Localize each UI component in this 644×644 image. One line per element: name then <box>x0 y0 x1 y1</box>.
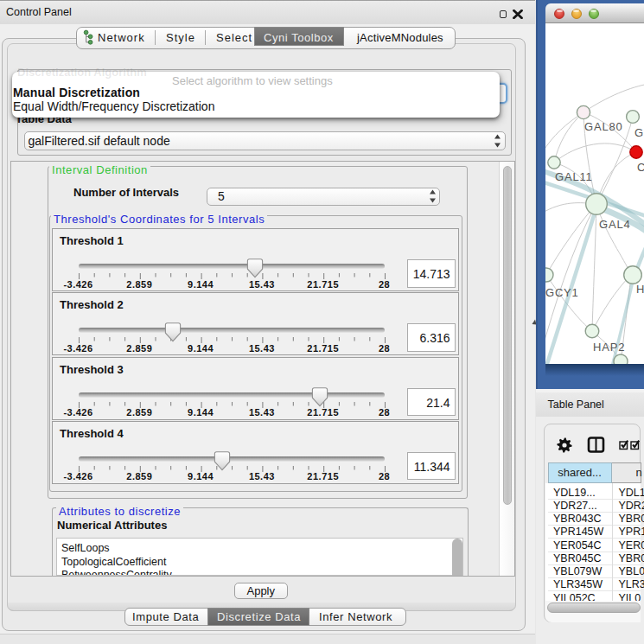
svg-text:GCY1: GCY1 <box>545 286 579 299</box>
svg-text:G: G <box>634 126 644 139</box>
svg-text:HAP2: HAP2 <box>593 341 625 354</box>
svg-text:GAL4: GAL4 <box>599 218 630 231</box>
svg-text:GAL80: GAL80 <box>584 120 622 133</box>
svg-text:GAL11: GAL11 <box>555 170 593 183</box>
svg-text:C: C <box>637 161 644 174</box>
svg-text:H: H <box>636 283 644 296</box>
